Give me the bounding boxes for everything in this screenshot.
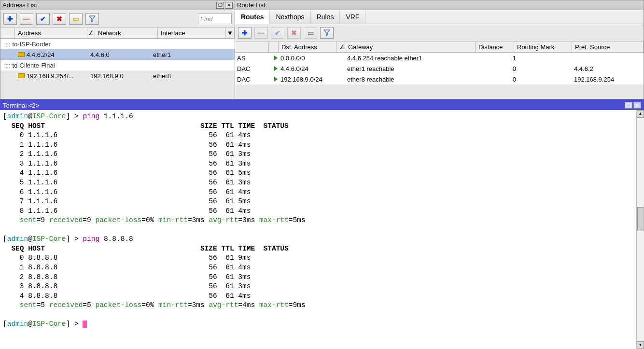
funnel-icon [89,15,96,22]
route-table-body: AS0.0.0.0/04.4.6.254 reachable ether11DA… [235,53,644,84]
route-status-column-header[interactable] [269,42,279,52]
route-list-window: Route List RoutesNexthopsRulesVRF ✚ — ✔ … [235,0,644,99]
scroll-down-button[interactable]: ▼ [637,341,644,349]
scrollbar-thumb[interactable] [637,207,644,231]
route-row[interactable]: AS0.0.0.0/04.4.6.254 reachable ether11 [235,53,644,63]
address-toolbar: ✚ — ✔ ✖ ▭ Find [0,10,235,28]
terminal-body[interactable]: ▲ ▼ [admin@ISP-Core] > ping 1.1.1.6 SEQ … [0,110,644,349]
routing-mark-column-header[interactable]: Routing Mark [514,42,572,52]
scroll-up-button[interactable]: ▲ [637,110,644,118]
route-active-icon [274,56,278,60]
sort-indicator[interactable]: ∠ [336,42,345,52]
address-comment-row[interactable]: ;;; to-Cliente-Final [0,60,235,70]
address-list-window: Address List ❐ ✕ ✚ — ✔ ✖ ▭ Find Address … [0,0,235,99]
add-button[interactable]: ✚ [3,13,17,25]
terminal-output: [admin@ISP-Core] > ping 1.1.1.6 SEQ HOST… [3,112,641,329]
route-title: Route List [237,1,642,9]
disable-route-button[interactable]: ✖ [287,27,301,39]
network-column-header[interactable]: Network [95,28,158,38]
interface-column-header[interactable]: Interface [158,28,226,38]
address-table-header: Address ∠ Network Interface ▼ [0,28,235,39]
route-active-icon [274,77,278,82]
gateway-column-header[interactable]: Gateway [345,42,476,52]
scrollbar-track[interactable] [637,118,644,341]
filter-route-button[interactable] [320,27,334,39]
tab-routes[interactable]: Routes [235,10,270,24]
address-column-header[interactable]: Address [15,28,87,38]
pref-source-column-header[interactable]: Pref. Source [572,42,644,52]
route-toolbar: ✚ — ✔ ✖ ▭ [235,24,644,42]
remove-route-button[interactable]: — [254,27,268,39]
close-icon[interactable]: ✕ [633,102,641,109]
column-menu-button[interactable]: ▼ [226,28,235,38]
tab-nexthops[interactable]: Nexthops [270,10,310,24]
restore-icon[interactable]: ❐ [625,102,632,109]
route-active-icon [274,66,278,71]
address-title: Address List [2,1,215,9]
tab-vrf[interactable]: VRF [340,10,365,24]
flag-column-header[interactable] [0,28,15,38]
dst-address-column-header[interactable]: Dst. Address [279,42,336,52]
address-table-body: ;;; to-ISP-Border4.4.6.2/244.4.6.0ether1… [0,39,235,81]
cursor [83,321,87,328]
restore-icon[interactable]: ❐ [216,2,224,9]
comment-route-button[interactable]: ▭ [304,27,317,39]
funnel-icon [323,29,330,36]
terminal-window: Terminal <2> ❐ ✕ ▲ ▼ [admin@ISP-Core] > … [0,99,644,349]
route-flag-column-header[interactable] [235,42,269,52]
address-tag-icon [18,52,25,57]
terminal-scrollbar[interactable]: ▲ ▼ [636,110,644,349]
terminal-title: Terminal <2> [3,102,624,109]
filter-button[interactable] [85,13,99,25]
address-title-bar[interactable]: Address List ❐ ✕ [0,0,235,10]
address-tag-icon [18,73,25,78]
disable-button[interactable]: ✖ [53,13,66,25]
add-route-button[interactable]: ✚ [238,27,252,39]
distance-column-header[interactable]: Distance [476,42,514,52]
find-input[interactable]: Find [198,14,232,24]
enable-button[interactable]: ✔ [36,13,50,25]
route-row[interactable]: DAC192.168.9.0/24ether8 reachable0192.16… [235,74,644,84]
route-table-header: Dst. Address ∠ Gateway Distance Routing … [235,42,644,53]
address-comment-row[interactable]: ;;; to-ISP-Border [0,39,235,49]
sort-indicator[interactable]: ∠ [87,28,95,38]
tab-rules[interactable]: Rules [311,10,340,24]
remove-button[interactable]: — [20,13,33,25]
close-icon[interactable]: ✕ [225,2,233,9]
route-row[interactable]: DAC4.4.6.0/24ether1 reachable04.4.6.2 [235,63,644,74]
enable-route-button[interactable]: ✔ [271,27,284,39]
address-row[interactable]: 4.4.6.2/244.4.6.0ether1 [0,49,235,60]
terminal-title-bar[interactable]: Terminal <2> ❐ ✕ [0,100,644,110]
address-row[interactable]: 192.168.9.254/...192.168.9.0ether8 [0,70,235,81]
route-tabs: RoutesNexthopsRulesVRF [235,10,644,24]
route-title-bar[interactable]: Route List [235,0,644,10]
comment-button[interactable]: ▭ [69,13,83,25]
